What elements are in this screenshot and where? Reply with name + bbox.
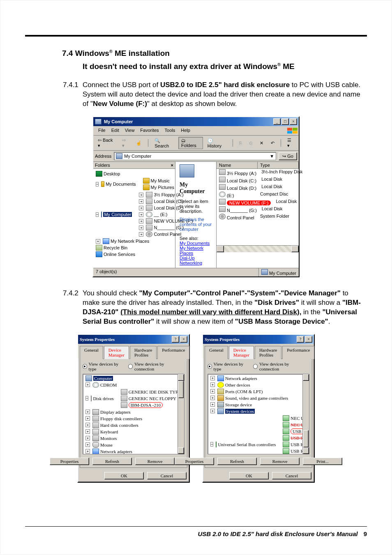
close-button[interactable]: × <box>180 336 187 343</box>
radio-view-by-type[interactable]: View devices by type <box>208 362 247 371</box>
expand-icon[interactable]: + <box>210 402 215 407</box>
radio-view-by-connection[interactable]: View devices by connection <box>253 362 303 371</box>
tabstrip[interactable]: General Device Manager Hardware Profiles… <box>203 344 314 359</box>
collapse-icon[interactable]: − <box>96 182 99 187</box>
device-tree[interactable]: Computer +CDROM −Disk drives GENERIC IDE… <box>83 374 184 454</box>
chevron-down-icon[interactable]: ▼ <box>270 154 274 159</box>
menu-file[interactable]: File <box>96 127 108 134</box>
copy-to-button[interactable]: ⎙ <box>247 139 255 147</box>
tree-item[interactable]: GENERIC IDE DISK TYPE47 <box>121 389 184 395</box>
ok-button[interactable]: OK <box>104 472 144 479</box>
col-name[interactable]: Name <box>217 162 258 168</box>
folders-pane[interactable]: Folders × Desktop −My Documents My Music… <box>93 162 175 268</box>
help-button[interactable]: ? <box>297 336 304 343</box>
expand-icon[interactable]: + <box>210 376 215 380</box>
tabstrip[interactable]: General Device Manager Hardware Profiles… <box>78 344 189 359</box>
expand-icon[interactable]: + <box>96 239 100 244</box>
expand-icon[interactable]: + <box>139 199 143 204</box>
list-item[interactable]: Control PanelSystem Folder <box>217 213 299 221</box>
expand-icon[interactable]: + <box>85 410 90 414</box>
properties-button[interactable]: Properties <box>50 458 89 465</box>
radio-view-by-connection[interactable]: View devices by connection <box>128 362 178 371</box>
titlebar[interactable]: System Properties ? × <box>203 335 314 344</box>
menu-help[interactable]: Help <box>178 127 193 134</box>
tree-drive-e[interactable]: __ (E:) <box>154 212 167 217</box>
tab-device-manager[interactable]: Device Manager <box>229 346 254 359</box>
tree-recycle-bin[interactable]: Recycle Bin <box>96 244 174 251</box>
expand-icon[interactable]: + <box>85 442 90 447</box>
tree-cdrom[interactable]: CDROM <box>100 382 117 387</box>
radio-view-by-type[interactable]: View devices by type <box>83 362 122 371</box>
remove-button[interactable]: Remove <box>260 458 300 465</box>
address-bar[interactable]: Address My Computer ▼ ↪ Go <box>93 151 299 162</box>
menu-tools[interactable]: Tools <box>162 127 178 134</box>
maximize-button[interactable]: □ <box>281 118 289 125</box>
list-item[interactable]: N_______ (G:)Local Disk <box>217 206 299 213</box>
tree-item[interactable]: Monitors <box>100 436 117 441</box>
titlebar[interactable]: My Computer _ □ × <box>93 117 299 126</box>
cancel-button[interactable]: Cancel <box>147 472 187 479</box>
toolbar[interactable]: ⇦ Back ▾ ⇨ ▾ ☝ 🔍 Search 🗂 Folders 🕓 Hist… <box>93 136 299 151</box>
collapse-icon[interactable]: − <box>96 212 99 217</box>
expand-icon[interactable]: + <box>210 396 215 400</box>
expand-icon[interactable]: + <box>85 382 90 387</box>
tree-item[interactable]: Hard disk controllers <box>100 423 138 428</box>
refresh-button[interactable]: Refresh <box>217 458 257 465</box>
tab-general[interactable]: General <box>80 346 103 359</box>
tree-item-highlight[interactable]: IBM-DJSA -210 <box>121 402 184 408</box>
list-item[interactable]: (E:)Compact Disc <box>217 191 299 198</box>
link-my-network-places[interactable]: My Network Places <box>180 246 203 256</box>
forward-button[interactable]: ⇨ ▾ <box>119 136 131 150</box>
list-item[interactable]: 3½ Floppy (A:)3½-Inch Floppy Disk <box>217 169 299 176</box>
link-my-documents[interactable]: My Documents <box>180 241 210 246</box>
minimize-button[interactable]: _ <box>273 118 281 125</box>
list-item[interactable]: Local Disk (D:)Local Disk <box>217 184 299 191</box>
device-tree[interactable]: +Network adapters +Other devices +Ports … <box>208 374 309 454</box>
expand-icon[interactable]: + <box>139 193 143 197</box>
cancel-button[interactable]: Cancel <box>272 472 311 479</box>
tree-item[interactable]: Storage device <box>225 402 252 407</box>
list-item-highlight[interactable]: NEW VOLUME (F:)Local Disk <box>217 198 299 206</box>
tab-performance[interactable]: Performance <box>282 346 314 359</box>
expand-icon[interactable]: + <box>85 449 90 454</box>
col-type[interactable]: Type <box>258 162 299 168</box>
tree-item[interactable]: Other devices <box>225 382 250 387</box>
expand-icon[interactable]: + <box>85 436 90 440</box>
tree-disk-drives[interactable]: Disk drives <box>93 396 113 401</box>
expand-icon[interactable]: + <box>85 416 90 421</box>
scrollbar-horizontal[interactable] <box>217 245 299 252</box>
tree-my-pictures[interactable]: My Pictures <box>143 184 174 191</box>
menu-favorites[interactable]: Favorites <box>138 127 161 134</box>
tree-item[interactable]: Network adapters <box>225 376 257 381</box>
tree-my-music[interactable]: My Music <box>143 177 174 184</box>
tree-computer[interactable]: Computer <box>93 376 113 381</box>
menu-edit[interactable]: Edit <box>109 127 122 134</box>
tree-network-places[interactable]: My Network Places <box>111 239 149 244</box>
tab-performance[interactable]: Performance <box>157 346 189 359</box>
tree-item[interactable]: Floppy disk controllers <box>100 416 142 421</box>
list-item[interactable]: Local Disk (C:)Local Disk <box>217 176 299 184</box>
expand-icon[interactable]: + <box>139 226 143 230</box>
tree-online-services[interactable]: Online Services <box>96 251 174 258</box>
tree-desktop[interactable]: Desktop <box>96 170 174 177</box>
delete-button[interactable]: ✕ <box>257 139 266 147</box>
tree-my-documents[interactable]: My Documents <box>106 182 136 187</box>
menu-view[interactable]: View <box>122 127 137 134</box>
ok-button[interactable]: OK <box>229 472 269 479</box>
views-button[interactable]: ☰ ▾ <box>284 136 297 150</box>
scrollbar-vertical[interactable] <box>302 374 309 454</box>
properties-button[interactable]: Properties <box>175 458 214 465</box>
collapse-icon[interactable]: − <box>210 442 213 447</box>
close-icon[interactable]: × <box>171 163 173 168</box>
expand-icon[interactable]: + <box>139 212 143 217</box>
tree-item[interactable]: Display adapters <box>100 410 131 415</box>
list-view[interactable]: Name Type 3½ Floppy (A:)3½-Inch Floppy D… <box>216 162 299 268</box>
expand-icon[interactable]: + <box>210 409 215 413</box>
folders-button[interactable]: 🗂 Folders <box>178 137 203 149</box>
undo-button[interactable]: ↶ <box>268 139 277 147</box>
search-button[interactable]: 🔍 Search <box>152 137 177 150</box>
move-to-button[interactable]: ⎘ <box>236 139 245 147</box>
tab-general[interactable]: General <box>205 346 228 359</box>
expand-icon[interactable]: + <box>139 206 143 210</box>
folder-tree[interactable]: Desktop −My Documents My Music My Pictur… <box>94 170 174 258</box>
